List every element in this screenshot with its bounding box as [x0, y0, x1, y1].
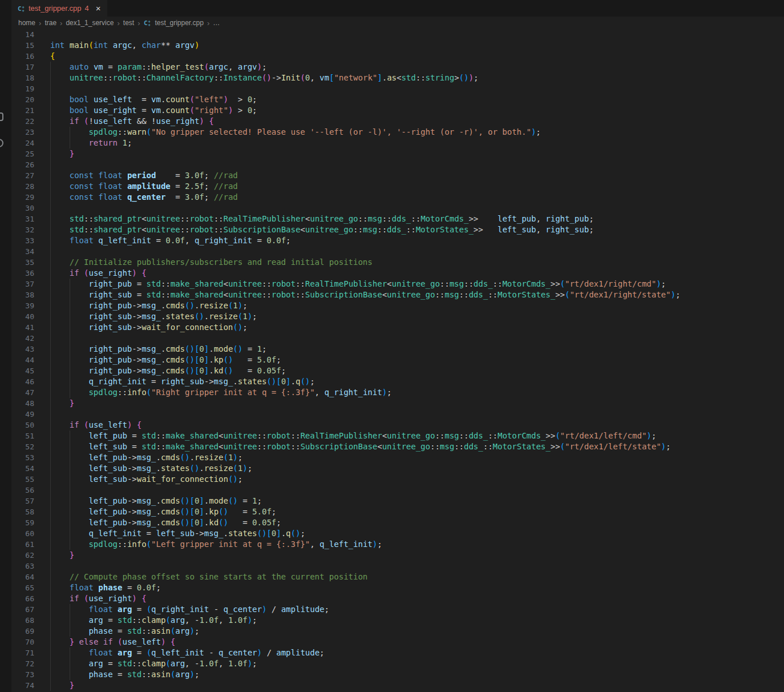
line-number: 42	[11, 333, 34, 344]
settings-gear-icon[interactable]	[0, 112, 3, 121]
code-line[interactable]: 35 // Initialize publishers/subscribers …	[11, 257, 784, 268]
editor-pane: C + + test_gripper.cpp 4 × home›trae›dex…	[11, 0, 784, 692]
breadcrumb-item-home[interactable]: home	[18, 19, 35, 27]
indent-guide	[50, 517, 51, 528]
code-line[interactable]: 14	[11, 29, 784, 40]
code-line[interactable]: 16{	[11, 51, 784, 62]
code-line[interactable]: 45 right_pub->msg_.cmds()[0].kd() = 0.05…	[11, 365, 784, 376]
breadcrumb-item-file[interactable]: test_gripper.cpp	[155, 19, 204, 27]
code-line[interactable]: 22 if (!use_left && !use_right) {	[11, 116, 784, 127]
code-line[interactable]: 30	[11, 203, 784, 214]
code-line[interactable]: 54 left_sub->msg_.states().resize(1);	[11, 463, 784, 474]
line-number: 50	[11, 420, 34, 431]
breadcrumb-item-trae[interactable]: trae	[45, 19, 56, 27]
code-text: float q_left_init = 0.0f, q_right_init =…	[50, 235, 291, 246]
code-line[interactable]: 25 }	[11, 148, 784, 159]
cpp-file-icon: C + +	[18, 5, 26, 13]
code-line[interactable]: 34	[11, 246, 784, 257]
breadcrumb-item-dex1_1_service[interactable]: dex1_1_service	[66, 19, 114, 27]
code-line[interactable]: 21 bool use_right = vm.count("right") > …	[11, 105, 784, 116]
code-line[interactable]: 62 }	[11, 550, 784, 561]
code-line[interactable]: 26	[11, 159, 784, 170]
line-number: 27	[11, 170, 34, 181]
indent-guide	[50, 105, 51, 116]
indent-guide	[50, 572, 51, 582]
code-line[interactable]: 44 right_pub->msg_.cmds()[0].kp() = 5.0f…	[11, 355, 784, 365]
line-number: 44	[11, 355, 34, 365]
tab-test-gripper-cpp[interactable]: C + + test_gripper.cpp 4 ×	[11, 0, 107, 17]
code-line[interactable]: 64 // Compute phase offset so sine start…	[11, 572, 784, 582]
code-line[interactable]: 15int main(int argc, char** argv)	[11, 40, 784, 51]
code-line[interactable]: 55 left_sub->wait_for_connection();	[11, 474, 784, 485]
code-line[interactable]: 50 if (use_left) {	[11, 420, 784, 431]
indent-guide	[70, 528, 70, 539]
indent-guide	[50, 496, 51, 506]
code-line[interactable]: 28 const float amplitude = 2.5f; //rad	[11, 181, 784, 192]
code-line[interactable]: 23 spdlog::warn("No gripper selected! Pl…	[11, 127, 784, 138]
code-line[interactable]: 41 right_sub->wait_for_connection();	[11, 322, 784, 333]
code-line[interactable]: 66 if (use_right) {	[11, 593, 784, 604]
code-line[interactable]: 17 auto vm = param::helper_test(argc, ar…	[11, 62, 784, 73]
code-line[interactable]: 24 return 1;	[11, 138, 784, 148]
code-line[interactable]: 74 }	[11, 680, 784, 691]
code-line[interactable]: 47 spdlog::info("Right gripper init at q…	[11, 387, 784, 398]
code-line[interactable]: 19	[11, 83, 784, 94]
code-line[interactable]: 73 phase = std::asin(arg);	[11, 669, 784, 680]
code-line[interactable]: 71 float arg = (q_left_init - q_center) …	[11, 647, 784, 658]
code-line[interactable]: 56	[11, 485, 784, 496]
line-number: 31	[11, 214, 34, 224]
code-line[interactable]: 43 right_pub->msg_.cmds()[0].mode() = 1;	[11, 344, 784, 355]
code-text: spdlog::info("Right gripper init at q = …	[50, 387, 392, 398]
code-line[interactable]: 67 float arg = (q_right_init - q_center)…	[11, 604, 784, 615]
code-line[interactable]: 31 std::shared_ptr<unitree::robot::RealT…	[11, 214, 784, 224]
breadcrumb-item-test[interactable]: test	[123, 19, 134, 27]
code-line[interactable]: 51 left_pub = std::make_shared<unitree::…	[11, 431, 784, 441]
code-line[interactable]: 37 right_pub = std::make_shared<unitree:…	[11, 279, 784, 289]
account-icon[interactable]	[0, 139, 3, 147]
code-line[interactable]: 57 left_pub->msg_.cmds()[0].mode() = 1;	[11, 496, 784, 506]
indent-guide	[50, 203, 51, 214]
code-lines: 1415int main(int argc, char** argv)16{17…	[11, 29, 784, 691]
code-line[interactable]: 33 float q_left_init = 0.0f, q_right_ini…	[11, 235, 784, 246]
code-line[interactable]: 72 arg = std::clamp(arg, -1.0f, 1.0f);	[11, 658, 784, 669]
code-line[interactable]: 65 float phase = 0.0f;	[11, 582, 784, 593]
line-number: 40	[11, 311, 34, 322]
code-line[interactable]: 70 } else if (use_left) {	[11, 637, 784, 647]
code-line[interactable]: 18 unitree::robot::ChannelFactory::Insta…	[11, 73, 784, 83]
code-line[interactable]: 38 right_sub = std::make_shared<unitree:…	[11, 289, 784, 300]
code-line[interactable]: 27 const float period = 3.0f; //rad	[11, 170, 784, 181]
indent-guide	[70, 669, 70, 680]
code-line[interactable]: 32 std::shared_ptr<unitree::robot::Subsc…	[11, 224, 784, 235]
code-line[interactable]: 36 if (use_right) {	[11, 268, 784, 279]
code-line[interactable]: 60 q_left_init = left_sub->msg_.states()…	[11, 528, 784, 539]
code-line[interactable]: 61 spdlog::info("Left gripper init at q …	[11, 539, 784, 550]
code-line[interactable]: 59 left_pub->msg_.cmds()[0].kd() = 0.05f…	[11, 517, 784, 528]
line-number: 57	[11, 496, 34, 506]
code-line[interactable]: 69 phase = std::asin(arg);	[11, 626, 784, 637]
code-line[interactable]: 63	[11, 561, 784, 572]
code-line[interactable]: 29 const float q_center = 3.0f; //rad	[11, 192, 784, 203]
indent-guide	[50, 138, 51, 148]
indent-guide	[50, 333, 51, 344]
close-icon[interactable]: ×	[96, 4, 101, 13]
code-line[interactable]: 68 arg = std::clamp(arg, -1.0f, 1.0f);	[11, 615, 784, 626]
code-line[interactable]: 58 left_pub->msg_.cmds()[0].kp() = 5.0f;	[11, 506, 784, 517]
indent-guide	[70, 127, 70, 138]
code-line[interactable]: 48 }	[11, 398, 784, 409]
code-line[interactable]: 53 left_pub->msg_.cmds().resize(1);	[11, 452, 784, 463]
indent-guide	[70, 322, 70, 333]
code-text: right_pub->msg_.cmds()[0].mode() = 1;	[50, 344, 266, 355]
code-line[interactable]: 20 bool use_left = vm.count("left") > 0;	[11, 94, 784, 105]
line-number: 60	[11, 528, 34, 539]
code-line[interactable]: 46 q_right_init = right_sub->msg_.states…	[11, 376, 784, 387]
code-line[interactable]: 49	[11, 409, 784, 420]
indent-guide	[50, 322, 51, 333]
breadcrumb-item-symbol-more[interactable]: …	[213, 19, 220, 27]
indent-guide	[50, 235, 51, 246]
line-number: 59	[11, 517, 34, 528]
code-line[interactable]: 42	[11, 333, 784, 344]
code-line[interactable]: 39 right_pub->msg_.cmds().resize(1);	[11, 300, 784, 311]
code-text: left_sub = std::make_shared<unitree::rob…	[50, 441, 670, 452]
code-line[interactable]: 40 right_sub->msg_.states().resize(1);	[11, 311, 784, 322]
code-line[interactable]: 52 left_sub = std::make_shared<unitree::…	[11, 441, 784, 452]
